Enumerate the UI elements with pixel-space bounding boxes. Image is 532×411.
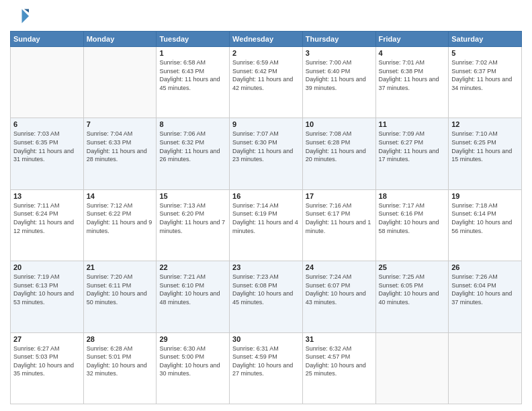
day-of-week-header: Sunday [11, 32, 84, 47]
cell-info: Sunrise: 7:18 AM Sunset: 6:14 PM Dayligh… [451, 201, 519, 235]
calendar-cell: 15Sunrise: 7:13 AM Sunset: 6:20 PM Dayli… [157, 189, 230, 261]
calendar-cell: 5Sunrise: 7:02 AM Sunset: 6:37 PM Daylig… [449, 47, 522, 118]
cell-info: Sunrise: 7:01 AM Sunset: 6:38 PM Dayligh… [379, 58, 446, 92]
day-number: 20 [13, 263, 81, 271]
day-of-week-header: Wednesday [230, 32, 303, 47]
page-header [10, 7, 522, 26]
day-number: 23 [232, 263, 300, 271]
day-number: 13 [13, 192, 81, 200]
day-of-week-header: Friday [375, 32, 449, 47]
calendar-week-row: 1Sunrise: 6:58 AM Sunset: 6:43 PM Daylig… [11, 47, 522, 118]
calendar-cell: 12Sunrise: 7:10 AM Sunset: 6:25 PM Dayli… [449, 118, 522, 189]
calendar-cell: 30Sunrise: 6:31 AM Sunset: 4:59 PM Dayli… [230, 332, 303, 404]
day-number: 1 [159, 49, 226, 57]
cell-info: Sunrise: 7:02 AM Sunset: 6:37 PM Dayligh… [451, 58, 519, 92]
calendar-cell: 9Sunrise: 7:07 AM Sunset: 6:30 PM Daylig… [230, 118, 303, 189]
cell-info: Sunrise: 6:58 AM Sunset: 6:43 PM Dayligh… [159, 58, 226, 92]
calendar-page: SundayMondayTuesdayWednesdayThursdayFrid… [0, 0, 532, 411]
day-number: 26 [451, 263, 519, 271]
cell-info: Sunrise: 7:26 AM Sunset: 6:04 PM Dayligh… [451, 273, 519, 306]
day-number: 16 [232, 192, 300, 200]
calendar-cell: 25Sunrise: 7:25 AM Sunset: 6:05 PM Dayli… [375, 261, 449, 332]
cell-info: Sunrise: 7:06 AM Sunset: 6:32 PM Dayligh… [159, 130, 226, 163]
day-of-week-header: Monday [83, 32, 157, 47]
calendar-cell [83, 47, 157, 118]
day-number: 7 [87, 120, 154, 128]
calendar-cell: 20Sunrise: 7:19 AM Sunset: 6:13 PM Dayli… [11, 261, 84, 332]
calendar-cell: 2Sunrise: 6:59 AM Sunset: 6:42 PM Daylig… [230, 47, 303, 118]
calendar-cell: 28Sunrise: 6:28 AM Sunset: 5:01 PM Dayli… [83, 332, 157, 404]
cell-info: Sunrise: 7:11 AM Sunset: 6:24 PM Dayligh… [13, 201, 81, 235]
calendar-cell: 18Sunrise: 7:17 AM Sunset: 6:16 PM Dayli… [375, 189, 449, 261]
calendar-cell: 24Sunrise: 7:24 AM Sunset: 6:07 PM Dayli… [302, 261, 375, 332]
day-number: 5 [451, 49, 519, 57]
calendar-table: SundayMondayTuesdayWednesdayThursdayFrid… [10, 31, 522, 404]
calendar-cell: 21Sunrise: 7:20 AM Sunset: 6:11 PM Dayli… [83, 261, 157, 332]
cell-info: Sunrise: 7:24 AM Sunset: 6:07 PM Dayligh… [306, 273, 373, 306]
cell-info: Sunrise: 7:17 AM Sunset: 6:16 PM Dayligh… [379, 201, 446, 235]
calendar-cell: 23Sunrise: 7:23 AM Sunset: 6:08 PM Dayli… [230, 261, 303, 332]
calendar-cell: 14Sunrise: 7:12 AM Sunset: 6:22 PM Dayli… [83, 189, 157, 261]
calendar-cell: 31Sunrise: 6:32 AM Sunset: 4:57 PM Dayli… [302, 332, 375, 404]
cell-info: Sunrise: 7:25 AM Sunset: 6:05 PM Dayligh… [379, 273, 446, 306]
cell-info: Sunrise: 6:59 AM Sunset: 6:42 PM Dayligh… [232, 58, 300, 92]
calendar-cell: 29Sunrise: 6:30 AM Sunset: 5:00 PM Dayli… [157, 332, 230, 404]
cell-info: Sunrise: 7:13 AM Sunset: 6:20 PM Dayligh… [159, 201, 226, 235]
calendar-cell: 16Sunrise: 7:14 AM Sunset: 6:19 PM Dayli… [230, 189, 303, 261]
calendar-header-row: SundayMondayTuesdayWednesdayThursdayFrid… [11, 32, 522, 47]
cell-info: Sunrise: 7:21 AM Sunset: 6:10 PM Dayligh… [159, 273, 226, 306]
svg-marker-2 [24, 9, 29, 13]
cell-info: Sunrise: 6:28 AM Sunset: 5:01 PM Dayligh… [87, 345, 154, 378]
calendar-cell [449, 332, 522, 404]
day-of-week-header: Thursday [302, 32, 375, 47]
day-number: 27 [13, 335, 81, 343]
day-number: 31 [306, 335, 373, 343]
calendar-cell: 4Sunrise: 7:01 AM Sunset: 6:38 PM Daylig… [375, 47, 449, 118]
cell-info: Sunrise: 7:19 AM Sunset: 6:13 PM Dayligh… [13, 273, 81, 306]
calendar-cell: 10Sunrise: 7:08 AM Sunset: 6:28 PM Dayli… [302, 118, 375, 189]
day-number: 2 [232, 49, 300, 57]
cell-info: Sunrise: 7:07 AM Sunset: 6:30 PM Dayligh… [232, 130, 300, 163]
cell-info: Sunrise: 7:00 AM Sunset: 6:40 PM Dayligh… [306, 58, 373, 92]
calendar-cell: 1Sunrise: 6:58 AM Sunset: 6:43 PM Daylig… [157, 47, 230, 118]
calendar-cell: 13Sunrise: 7:11 AM Sunset: 6:24 PM Dayli… [11, 189, 84, 261]
cell-info: Sunrise: 6:32 AM Sunset: 4:57 PM Dayligh… [306, 345, 373, 378]
day-number: 15 [159, 192, 226, 200]
day-number: 6 [13, 120, 81, 128]
calendar-week-row: 27Sunrise: 6:27 AM Sunset: 5:03 PM Dayli… [11, 332, 522, 404]
day-number: 22 [159, 263, 226, 271]
cell-info: Sunrise: 7:14 AM Sunset: 6:19 PM Dayligh… [232, 201, 300, 235]
day-number: 14 [87, 192, 154, 200]
cell-info: Sunrise: 7:09 AM Sunset: 6:27 PM Dayligh… [379, 130, 446, 163]
cell-info: Sunrise: 7:08 AM Sunset: 6:28 PM Dayligh… [306, 130, 373, 163]
cell-info: Sunrise: 6:30 AM Sunset: 5:00 PM Dayligh… [159, 345, 226, 378]
day-number: 25 [379, 263, 446, 271]
cell-info: Sunrise: 6:31 AM Sunset: 4:59 PM Dayligh… [232, 345, 300, 378]
logo-icon [10, 7, 29, 26]
calendar-cell: 19Sunrise: 7:18 AM Sunset: 6:14 PM Dayli… [449, 189, 522, 261]
day-number: 21 [87, 263, 154, 271]
day-number: 30 [232, 335, 300, 343]
calendar-week-row: 13Sunrise: 7:11 AM Sunset: 6:24 PM Dayli… [11, 189, 522, 261]
cell-info: Sunrise: 7:23 AM Sunset: 6:08 PM Dayligh… [232, 273, 300, 306]
calendar-cell: 27Sunrise: 6:27 AM Sunset: 5:03 PM Dayli… [11, 332, 84, 404]
day-number: 12 [451, 120, 519, 128]
calendar-cell [375, 332, 449, 404]
cell-info: Sunrise: 7:03 AM Sunset: 6:35 PM Dayligh… [13, 130, 81, 163]
day-number: 19 [451, 192, 519, 200]
day-of-week-header: Saturday [449, 32, 522, 47]
cell-info: Sunrise: 7:20 AM Sunset: 6:11 PM Dayligh… [87, 273, 154, 306]
day-number: 11 [379, 120, 446, 128]
calendar-week-row: 6Sunrise: 7:03 AM Sunset: 6:35 PM Daylig… [11, 118, 522, 189]
day-number: 4 [379, 49, 446, 57]
day-number: 17 [306, 192, 373, 200]
calendar-cell: 11Sunrise: 7:09 AM Sunset: 6:27 PM Dayli… [375, 118, 449, 189]
calendar-week-row: 20Sunrise: 7:19 AM Sunset: 6:13 PM Dayli… [11, 261, 522, 332]
cell-info: Sunrise: 7:16 AM Sunset: 6:17 PM Dayligh… [306, 201, 373, 235]
logo [10, 7, 30, 26]
cell-info: Sunrise: 7:10 AM Sunset: 6:25 PM Dayligh… [451, 130, 519, 163]
day-number: 3 [306, 49, 373, 57]
cell-info: Sunrise: 7:12 AM Sunset: 6:22 PM Dayligh… [87, 201, 154, 235]
calendar-cell [11, 47, 84, 118]
calendar-cell: 8Sunrise: 7:06 AM Sunset: 6:32 PM Daylig… [157, 118, 230, 189]
